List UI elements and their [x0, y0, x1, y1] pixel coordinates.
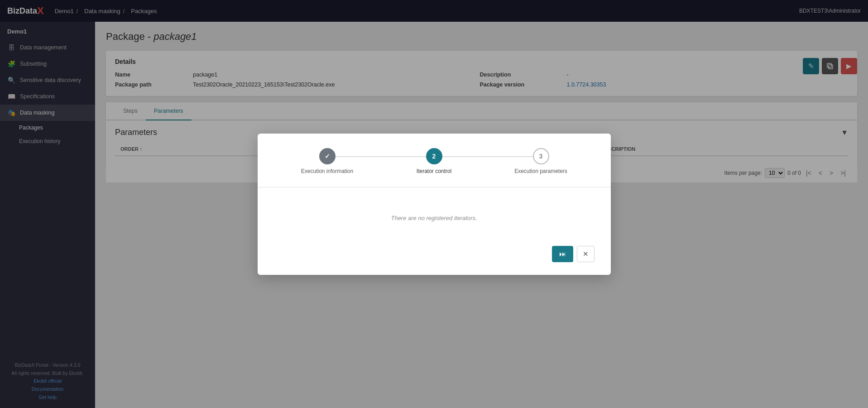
step-2: 2 Iterator control [381, 148, 488, 174]
modal-dialog: ✓ Execution information 2 Iterator contr… [258, 134, 611, 275]
modal-overlay: ✓ Execution information 2 Iterator contr… [0, 0, 868, 408]
modal-footer: ⏭ ✕ [274, 246, 595, 262]
step-2-circle: 2 [426, 148, 442, 164]
modal-divider [258, 187, 611, 187]
modal-next-button[interactable]: ⏭ [552, 246, 573, 262]
step-3-label: Execution parameters [514, 168, 567, 174]
step-3-circle: 3 [533, 148, 549, 164]
step-2-label: Iterator control [417, 168, 451, 174]
stepper: ✓ Execution information 2 Iterator contr… [274, 148, 595, 174]
step-1-circle: ✓ [319, 148, 336, 164]
modal-close-button[interactable]: ✕ [577, 246, 595, 262]
step-1-label: Execution information [301, 168, 353, 174]
modal-empty-state: There are no registered iterators. [274, 197, 595, 235]
step-3: 3 Execution parameters [488, 148, 595, 174]
step-1: ✓ Execution information [274, 148, 381, 174]
